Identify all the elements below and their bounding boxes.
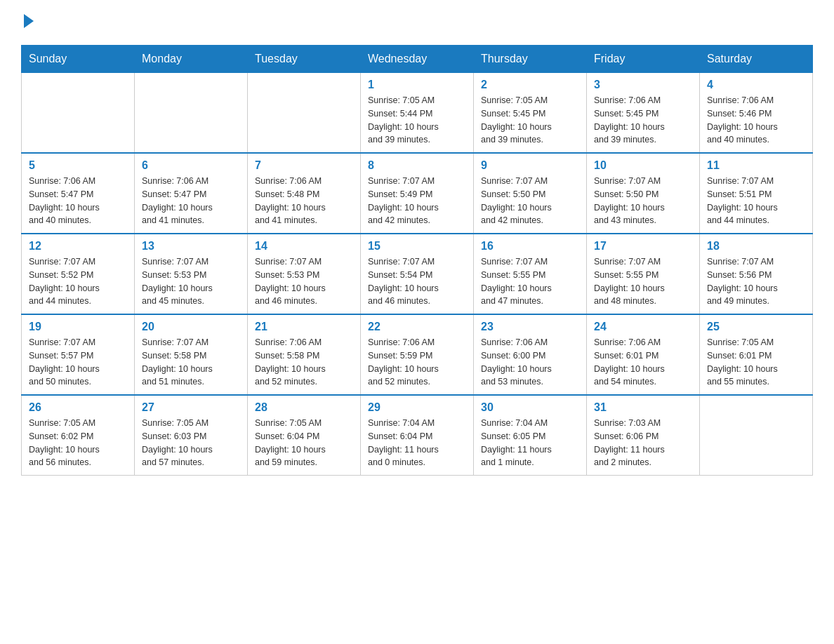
day-info: Sunrise: 7:06 AM Sunset: 6:01 PM Dayligh… (594, 336, 692, 389)
calendar-cell: 9Sunrise: 7:07 AM Sunset: 5:50 PM Daylig… (474, 153, 587, 234)
day-number: 31 (594, 401, 692, 414)
day-info: Sunrise: 7:07 AM Sunset: 5:51 PM Dayligh… (707, 175, 805, 227)
day-number: 7 (255, 159, 353, 172)
day-info: Sunrise: 7:06 AM Sunset: 5:47 PM Dayligh… (142, 175, 240, 227)
day-info: Sunrise: 7:06 AM Sunset: 5:45 PM Dayligh… (594, 94, 692, 147)
calendar-cell: 26Sunrise: 7:05 AM Sunset: 6:02 PM Dayli… (22, 395, 135, 476)
calendar-header-sunday: Sunday (22, 46, 135, 73)
day-info: Sunrise: 7:06 AM Sunset: 6:00 PM Dayligh… (481, 336, 579, 389)
calendar-cell: 12Sunrise: 7:07 AM Sunset: 5:52 PM Dayli… (22, 234, 135, 314)
day-info: Sunrise: 7:05 AM Sunset: 5:44 PM Dayligh… (368, 94, 466, 147)
calendar-cell: 17Sunrise: 7:07 AM Sunset: 5:55 PM Dayli… (587, 234, 700, 314)
day-number: 27 (142, 401, 240, 414)
day-info: Sunrise: 7:04 AM Sunset: 6:04 PM Dayligh… (368, 417, 466, 469)
calendar-table: SundayMondayTuesdayWednesdayThursdayFrid… (21, 45, 813, 476)
calendar-header-wednesday: Wednesday (361, 46, 474, 73)
calendar-cell: 1Sunrise: 7:05 AM Sunset: 5:44 PM Daylig… (361, 73, 474, 154)
day-number: 3 (594, 79, 692, 91)
calendar-week-row: 26Sunrise: 7:05 AM Sunset: 6:02 PM Dayli… (22, 395, 813, 476)
day-info: Sunrise: 7:06 AM Sunset: 5:58 PM Dayligh… (255, 336, 353, 389)
logo-general (21, 14, 34, 31)
day-number: 28 (255, 401, 353, 414)
calendar-cell (22, 73, 135, 154)
day-info: Sunrise: 7:06 AM Sunset: 5:46 PM Dayligh… (707, 94, 805, 147)
calendar-cell: 15Sunrise: 7:07 AM Sunset: 5:54 PM Dayli… (361, 234, 474, 314)
day-number: 26 (29, 401, 127, 414)
day-info: Sunrise: 7:06 AM Sunset: 5:48 PM Dayligh… (255, 175, 353, 227)
day-info: Sunrise: 7:06 AM Sunset: 5:47 PM Dayligh… (29, 175, 127, 227)
day-info: Sunrise: 7:05 AM Sunset: 6:02 PM Dayligh… (29, 417, 127, 469)
calendar-header-tuesday: Tuesday (248, 46, 361, 73)
calendar-cell: 23Sunrise: 7:06 AM Sunset: 6:00 PM Dayli… (474, 314, 587, 395)
day-number: 29 (368, 401, 466, 414)
calendar-cell: 22Sunrise: 7:06 AM Sunset: 5:59 PM Dayli… (361, 314, 474, 395)
day-info: Sunrise: 7:05 AM Sunset: 6:04 PM Dayligh… (255, 417, 353, 469)
day-info: Sunrise: 7:07 AM Sunset: 5:57 PM Dayligh… (29, 336, 127, 389)
calendar-cell: 20Sunrise: 7:07 AM Sunset: 5:58 PM Dayli… (135, 314, 248, 395)
day-number: 12 (29, 240, 127, 253)
calendar-week-row: 5Sunrise: 7:06 AM Sunset: 5:47 PM Daylig… (22, 153, 813, 234)
calendar-week-row: 19Sunrise: 7:07 AM Sunset: 5:57 PM Dayli… (22, 314, 813, 395)
day-info: Sunrise: 7:06 AM Sunset: 5:59 PM Dayligh… (368, 336, 466, 389)
logo-arrow-icon (24, 14, 34, 28)
calendar-cell: 21Sunrise: 7:06 AM Sunset: 5:58 PM Dayli… (248, 314, 361, 395)
day-number: 30 (481, 401, 579, 414)
calendar-cell (700, 395, 813, 476)
day-number: 5 (29, 159, 127, 172)
calendar-header-saturday: Saturday (700, 46, 813, 73)
day-number: 9 (481, 159, 579, 172)
day-info: Sunrise: 7:07 AM Sunset: 5:54 PM Dayligh… (368, 255, 466, 308)
day-info: Sunrise: 7:07 AM Sunset: 5:49 PM Dayligh… (368, 175, 466, 227)
day-info: Sunrise: 7:07 AM Sunset: 5:55 PM Dayligh… (481, 255, 579, 308)
calendar-cell: 11Sunrise: 7:07 AM Sunset: 5:51 PM Dayli… (700, 153, 813, 234)
calendar-cell: 8Sunrise: 7:07 AM Sunset: 5:49 PM Daylig… (361, 153, 474, 234)
day-number: 16 (481, 240, 579, 253)
day-number: 25 (707, 321, 805, 333)
calendar-cell: 6Sunrise: 7:06 AM Sunset: 5:47 PM Daylig… (135, 153, 248, 234)
calendar-cell: 18Sunrise: 7:07 AM Sunset: 5:56 PM Dayli… (700, 234, 813, 314)
calendar-cell: 2Sunrise: 7:05 AM Sunset: 5:45 PM Daylig… (474, 73, 587, 154)
calendar-cell: 7Sunrise: 7:06 AM Sunset: 5:48 PM Daylig… (248, 153, 361, 234)
day-number: 1 (368, 79, 466, 91)
calendar-cell: 27Sunrise: 7:05 AM Sunset: 6:03 PM Dayli… (135, 395, 248, 476)
calendar-cell: 25Sunrise: 7:05 AM Sunset: 6:01 PM Dayli… (700, 314, 813, 395)
calendar-cell (135, 73, 248, 154)
calendar-header-thursday: Thursday (474, 46, 587, 73)
logo (21, 14, 34, 31)
calendar-cell: 13Sunrise: 7:07 AM Sunset: 5:53 PM Dayli… (135, 234, 248, 314)
day-info: Sunrise: 7:07 AM Sunset: 5:53 PM Dayligh… (255, 255, 353, 308)
day-info: Sunrise: 7:05 AM Sunset: 5:45 PM Dayligh… (481, 94, 579, 147)
day-number: 14 (255, 240, 353, 253)
day-number: 4 (707, 79, 805, 91)
calendar-cell (248, 73, 361, 154)
calendar-cell: 3Sunrise: 7:06 AM Sunset: 5:45 PM Daylig… (587, 73, 700, 154)
day-info: Sunrise: 7:07 AM Sunset: 5:52 PM Dayligh… (29, 255, 127, 308)
day-number: 6 (142, 159, 240, 172)
day-number: 10 (594, 159, 692, 172)
day-info: Sunrise: 7:07 AM Sunset: 5:50 PM Dayligh… (481, 175, 579, 227)
day-number: 18 (707, 240, 805, 253)
calendar-header-monday: Monday (135, 46, 248, 73)
day-number: 24 (594, 321, 692, 333)
day-info: Sunrise: 7:07 AM Sunset: 5:56 PM Dayligh… (707, 255, 805, 308)
calendar-cell: 31Sunrise: 7:03 AM Sunset: 6:06 PM Dayli… (587, 395, 700, 476)
calendar-week-row: 12Sunrise: 7:07 AM Sunset: 5:52 PM Dayli… (22, 234, 813, 314)
calendar-cell: 14Sunrise: 7:07 AM Sunset: 5:53 PM Dayli… (248, 234, 361, 314)
day-info: Sunrise: 7:04 AM Sunset: 6:05 PM Dayligh… (481, 417, 579, 469)
calendar-week-row: 1Sunrise: 7:05 AM Sunset: 5:44 PM Daylig… (22, 73, 813, 154)
calendar-cell: 28Sunrise: 7:05 AM Sunset: 6:04 PM Dayli… (248, 395, 361, 476)
day-number: 19 (29, 321, 127, 333)
calendar-header-friday: Friday (587, 46, 700, 73)
page-header (21, 14, 813, 31)
day-number: 20 (142, 321, 240, 333)
day-number: 11 (707, 159, 805, 172)
calendar-cell: 30Sunrise: 7:04 AM Sunset: 6:05 PM Dayli… (474, 395, 587, 476)
calendar-cell: 16Sunrise: 7:07 AM Sunset: 5:55 PM Dayli… (474, 234, 587, 314)
day-number: 22 (368, 321, 466, 333)
calendar-cell: 5Sunrise: 7:06 AM Sunset: 5:47 PM Daylig… (22, 153, 135, 234)
day-number: 13 (142, 240, 240, 253)
day-number: 21 (255, 321, 353, 333)
day-number: 2 (481, 79, 579, 91)
calendar-cell: 4Sunrise: 7:06 AM Sunset: 5:46 PM Daylig… (700, 73, 813, 154)
day-info: Sunrise: 7:07 AM Sunset: 5:55 PM Dayligh… (594, 255, 692, 308)
